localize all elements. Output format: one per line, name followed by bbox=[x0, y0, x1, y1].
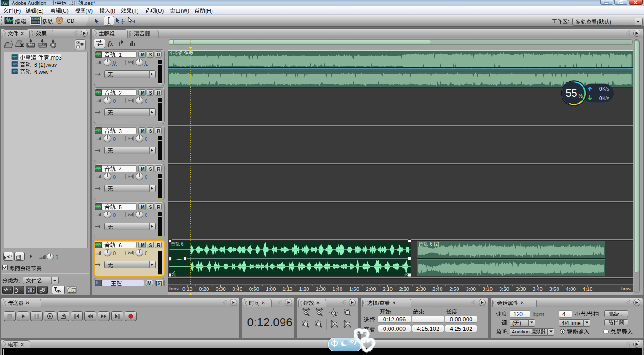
svg-text:120: 120 bbox=[514, 311, 523, 317]
svg-text:0: 0 bbox=[145, 60, 147, 65]
svg-text:S: S bbox=[149, 128, 152, 134]
svg-text:0:10: 0:10 bbox=[182, 286, 192, 292]
svg-text:3:40: 3:40 bbox=[532, 286, 542, 292]
svg-text:(C): (C) bbox=[61, 8, 69, 14]
svg-text:S: S bbox=[149, 242, 152, 248]
svg-text:K/s: K/s bbox=[602, 95, 609, 101]
svg-text:Adobe Audition -: Adobe Audition - bbox=[12, 0, 51, 6]
svg-text:c:\>: c:\> bbox=[69, 290, 74, 293]
svg-text:hms: hms bbox=[169, 286, 179, 291]
svg-text:0:00.000: 0:00.000 bbox=[383, 325, 406, 332]
svg-text:3:50: 3:50 bbox=[549, 286, 559, 292]
svg-text:2:40: 2:40 bbox=[432, 286, 442, 292]
svg-text:4/4 time: 4/4 time bbox=[562, 320, 581, 326]
svg-text:(E): (E) bbox=[36, 8, 43, 14]
svg-text:1: 1 bbox=[116, 52, 122, 58]
svg-text:3:30: 3:30 bbox=[516, 286, 526, 292]
svg-text:(: ( bbox=[597, 19, 599, 25]
svg-text:0: 0 bbox=[145, 251, 147, 256]
svg-text:...: ... bbox=[619, 311, 624, 317]
svg-text:6: 6 bbox=[116, 242, 122, 249]
svg-text:2:10: 2:10 bbox=[382, 286, 392, 292]
svg-text:1:20: 1:20 bbox=[299, 286, 309, 292]
svg-text:6: 6 bbox=[180, 242, 184, 247]
svg-text:hms: hms bbox=[621, 286, 631, 291]
svg-text:): ) bbox=[519, 320, 521, 326]
svg-text:[S]: [S] bbox=[156, 281, 162, 286]
svg-text:M: M bbox=[141, 242, 145, 248]
svg-text:1:50: 1:50 bbox=[349, 286, 359, 292]
svg-text:fx: fx bbox=[108, 40, 113, 47]
svg-text::: : bbox=[18, 278, 20, 284]
svg-text:R: R bbox=[157, 52, 160, 57]
svg-text:1:40: 1:40 bbox=[333, 286, 342, 292]
svg-text:S: S bbox=[149, 204, 152, 210]
svg-text:(F): (F) bbox=[14, 8, 21, 14]
svg-text:R: R bbox=[157, 166, 160, 172]
svg-text:3:10: 3:10 bbox=[483, 286, 493, 292]
svg-text:0: 0 bbox=[113, 174, 116, 180]
svg-text::: : bbox=[507, 320, 509, 326]
svg-text:(W): (W) bbox=[181, 8, 189, 14]
svg-text:5: 5 bbox=[116, 204, 122, 211]
svg-text:/: / bbox=[378, 300, 380, 307]
svg-text:1:00: 1:00 bbox=[266, 286, 276, 292]
svg-text:M: M bbox=[141, 128, 145, 134]
svg-text:2:30: 2:30 bbox=[416, 286, 426, 292]
svg-text:%: % bbox=[579, 94, 583, 99]
svg-text:3:00: 3:00 bbox=[466, 286, 475, 292]
svg-text:55: 55 bbox=[566, 87, 577, 99]
svg-text:0: 0 bbox=[113, 212, 116, 218]
svg-text:R: R bbox=[157, 90, 160, 95]
svg-text:6.wav *: 6.wav * bbox=[31, 69, 52, 75]
svg-text:(T): (T) bbox=[132, 8, 138, 14]
svg-text:1:30: 1:30 bbox=[316, 286, 326, 292]
svg-text:M: M bbox=[141, 52, 145, 57]
svg-text:4: 4 bbox=[116, 166, 122, 173]
svg-text:0: 0 bbox=[145, 174, 147, 180]
svg-text::: : bbox=[507, 311, 509, 317]
svg-text:4:10: 4:10 bbox=[583, 286, 592, 292]
svg-text:0: 0 bbox=[113, 60, 116, 65]
svg-text:bpm: bpm bbox=[533, 311, 544, 317]
svg-text:M: M bbox=[141, 204, 145, 210]
svg-text:0: 0 bbox=[113, 251, 116, 256]
svg-text:M: M bbox=[141, 90, 145, 95]
svg-text:(V): (V) bbox=[86, 8, 93, 14]
svg-text:0:12.096: 0:12.096 bbox=[383, 316, 406, 323]
svg-text:/: / bbox=[586, 311, 588, 317]
svg-text:S: S bbox=[149, 52, 152, 57]
svg-text:0:12.096: 0:12.096 bbox=[247, 316, 292, 329]
svg-text:3: 3 bbox=[116, 128, 122, 134]
svg-text:(H): (H) bbox=[205, 8, 213, 14]
svg-text:0:40: 0:40 bbox=[233, 286, 242, 292]
svg-text:0:50: 0:50 bbox=[249, 286, 259, 292]
svg-text:4:00: 4:00 bbox=[566, 286, 576, 292]
svg-text:0:20: 0:20 bbox=[199, 286, 209, 292]
svg-text:6 (2): 6 (2) bbox=[428, 242, 439, 247]
svg-text:0: 0 bbox=[145, 212, 147, 218]
svg-text:M: M bbox=[141, 166, 145, 172]
svg-text::: : bbox=[507, 329, 509, 335]
svg-text:): ) bbox=[609, 19, 611, 25]
svg-text:1:10: 1:10 bbox=[282, 286, 292, 292]
svg-text:3:20: 3:20 bbox=[499, 286, 509, 292]
svg-text:4:25.102: 4:25.102 bbox=[450, 325, 473, 332]
svg-text:0: 0 bbox=[599, 86, 602, 91]
svg-text:0: 0 bbox=[145, 136, 147, 142]
svg-text:0:00.000: 0:00.000 bbox=[450, 316, 473, 323]
svg-text:0: 0 bbox=[599, 95, 602, 101]
svg-text:2: 2 bbox=[116, 90, 122, 96]
svg-text:M: M bbox=[147, 281, 151, 286]
svg-text:S: S bbox=[149, 90, 152, 95]
svg-text:R: R bbox=[157, 204, 160, 210]
svg-text:S: S bbox=[149, 166, 152, 172]
svg-text:0:30: 0:30 bbox=[216, 286, 225, 292]
svg-text:0: 0 bbox=[113, 136, 116, 142]
svg-text:K/s: K/s bbox=[602, 86, 609, 91]
svg-text:(I): (I) bbox=[110, 8, 115, 14]
svg-text:0: 0 bbox=[56, 255, 58, 260]
svg-text:R: R bbox=[157, 128, 160, 134]
svg-text:CD: CD bbox=[67, 18, 75, 24]
svg-text:Audition: Audition bbox=[512, 329, 531, 334]
